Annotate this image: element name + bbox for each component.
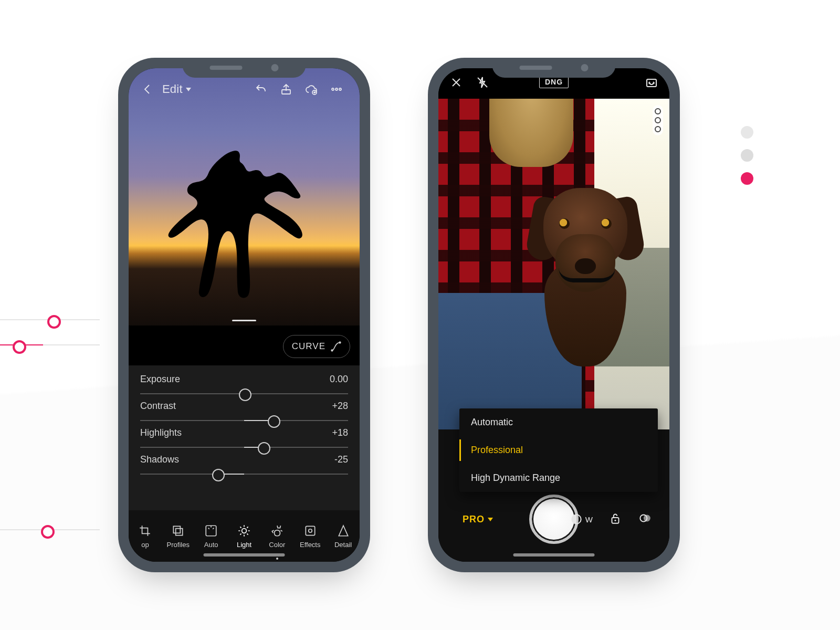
auto-icon [204, 524, 218, 538]
undo-icon[interactable] [250, 79, 271, 100]
phone-mock-edit: Edit CURVE Exposure0.00 Contrast+28 [118, 58, 370, 572]
decorative-slider [0, 344, 100, 345]
camera-controls: PRO W [438, 496, 669, 543]
slider-label: Highlights [140, 427, 182, 438]
subject-silhouette [161, 145, 308, 302]
slider-value: 0.00 [330, 374, 348, 385]
lock-open-icon[interactable] [608, 511, 622, 527]
slider-track[interactable] [140, 474, 348, 475]
slider-track[interactable] [140, 420, 348, 421]
caret-down-icon [186, 88, 191, 91]
share-icon[interactable] [276, 79, 297, 100]
mode-option-label: Professional [471, 445, 523, 455]
svg-point-12 [308, 529, 312, 532]
slider-knob[interactable] [258, 442, 270, 455]
slider-label: Shadows [140, 454, 179, 465]
tab-label: Light [237, 541, 251, 549]
slider-value: +28 [332, 401, 348, 412]
caret-down-icon [488, 518, 493, 521]
color-icon [270, 524, 284, 538]
tab-label: Color [269, 541, 285, 549]
mode-option-professional[interactable]: Professional [459, 436, 658, 464]
tab-label: Detail [334, 541, 352, 549]
svg-point-2 [332, 88, 334, 90]
camera-mode-menu: AutomaticProfessionalHigh Dynamic Range [459, 408, 658, 492]
tab-label: Effects [300, 541, 321, 549]
profiles-icon [171, 524, 185, 538]
tab-op[interactable]: op [129, 510, 162, 562]
slider-knob[interactable] [268, 415, 280, 428]
phone-notch [183, 58, 306, 78]
svg-point-18 [644, 515, 650, 522]
modified-dot-icon [276, 558, 278, 560]
back-chevron-icon[interactable] [137, 79, 158, 100]
svg-rect-7 [174, 526, 181, 533]
more-icon[interactable] [326, 79, 347, 100]
camera-viewfinder[interactable] [438, 99, 669, 429]
dot [741, 172, 753, 185]
phone-mock-camera: DNG AutomaticProfessionalHigh Dynamic Ra… [428, 58, 680, 572]
effects-icon [303, 524, 317, 538]
whitebalance-icon[interactable]: W [570, 512, 593, 526]
mode-option-high-dynamic-range[interactable]: High Dynamic Range [459, 464, 658, 492]
slider-label: Contrast [140, 401, 176, 412]
dot [741, 126, 753, 139]
tab-label: Profiles [167, 541, 190, 549]
curve-label: CURVE [292, 341, 326, 352]
slider-value: -25 [334, 454, 348, 465]
slider-track[interactable] [140, 393, 348, 394]
mode-label: PRO [463, 514, 485, 525]
wb-label: W [585, 515, 593, 524]
mode-option-label: Automatic [471, 417, 513, 427]
drag-handle-icon[interactable] [232, 320, 256, 321]
close-icon[interactable] [450, 76, 463, 91]
subject-dog [533, 188, 638, 356]
slider-track[interactable] [140, 447, 348, 448]
mode-selector[interactable]: PRO [463, 514, 493, 525]
screen: Edit CURVE Exposure0.00 Contrast+28 [129, 68, 360, 562]
light-sliders-panel: Exposure0.00 Contrast+28 Highlights+18 S… [129, 365, 360, 510]
tab-profiles[interactable]: Profiles [162, 510, 195, 562]
home-indicator[interactable] [204, 553, 285, 556]
cloud-add-icon[interactable] [301, 79, 322, 100]
slider-contrast[interactable]: Contrast+28 [140, 401, 348, 421]
tab-effects[interactable]: Effects [293, 510, 327, 562]
slider-highlights[interactable]: Highlights+18 [140, 427, 348, 448]
slider-knob[interactable] [212, 469, 225, 481]
screen-title[interactable]: Edit [162, 82, 191, 96]
slider-label: Exposure [140, 374, 180, 385]
svg-point-5 [331, 350, 333, 351]
tab-detail[interactable]: Detail [327, 510, 360, 562]
home-indicator[interactable] [513, 553, 595, 556]
curve-icon [331, 341, 341, 352]
decorative-slider [0, 319, 100, 320]
curve-button[interactable]: CURVE [283, 335, 350, 358]
mode-option-automatic[interactable]: Automatic [459, 408, 658, 436]
svg-point-6 [339, 342, 341, 343]
svg-point-10 [242, 528, 247, 533]
slider-knob[interactable] [239, 388, 251, 401]
mode-option-label: High Dynamic Range [471, 472, 560, 483]
timer-indicator-icon[interactable] [653, 105, 663, 135]
phone-notch [492, 58, 616, 78]
svg-rect-8 [176, 528, 183, 535]
svg-point-4 [339, 88, 341, 90]
decorative-slider [0, 529, 100, 530]
slider-value: +18 [332, 427, 348, 438]
screen-title-label: Edit [162, 82, 183, 96]
filters-icon[interactable] [638, 511, 652, 527]
pagination-dots [741, 126, 753, 185]
light-icon [237, 524, 251, 538]
detail-icon [337, 524, 350, 538]
tab-label: Auto [204, 541, 218, 549]
slider-exposure[interactable]: Exposure0.00 [140, 374, 348, 394]
tab-label: op [141, 541, 149, 549]
dot [741, 149, 753, 162]
svg-point-16 [614, 520, 616, 521]
svg-rect-11 [306, 526, 314, 535]
svg-point-3 [335, 88, 338, 90]
slider-shadows[interactable]: Shadows-25 [140, 454, 348, 475]
switch-camera-icon[interactable] [645, 76, 658, 91]
screen: DNG AutomaticProfessionalHigh Dynamic Ra… [438, 68, 669, 562]
flash-off-icon[interactable] [476, 76, 489, 91]
